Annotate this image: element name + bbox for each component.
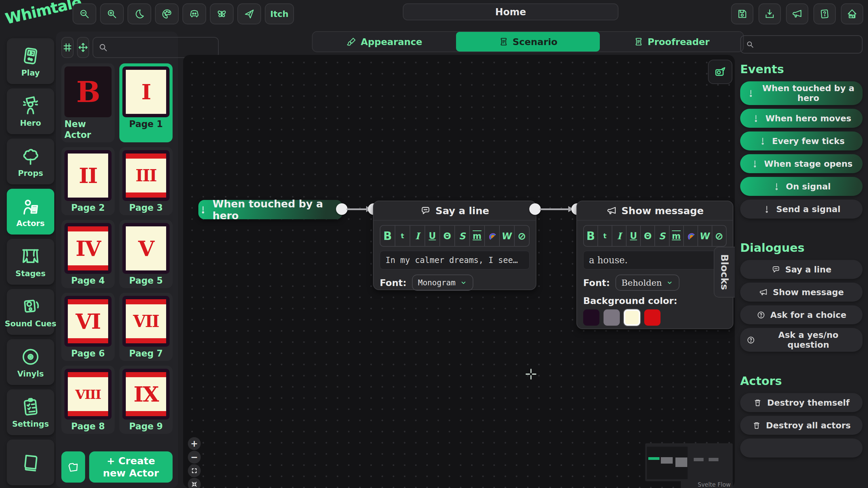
block-item-when-hero-moves[interactable]: When hero moves xyxy=(740,109,863,128)
format-strike-button[interactable]: Θ xyxy=(439,226,454,246)
actor-card-page-1[interactable]: IPage 1 xyxy=(119,63,173,142)
format-tiny-button[interactable]: t xyxy=(395,226,410,246)
project-title[interactable]: Home xyxy=(403,3,618,20)
format-clear-button[interactable]: ⊘ xyxy=(712,226,726,246)
actor-card-new-actor[interactable]: BNew Actor xyxy=(61,63,115,142)
zoom-out-control[interactable]: − xyxy=(188,451,201,464)
actor-card-page-2[interactable]: IIPage 2 xyxy=(61,147,115,215)
format-wavy-button[interactable]: W xyxy=(697,226,712,246)
tab-appearance[interactable]: Appearance xyxy=(313,32,456,52)
background-swatch-0[interactable] xyxy=(583,309,599,326)
format-underline-button[interactable]: U xyxy=(425,226,439,246)
actor-card-page-3[interactable]: IIIPage 3 xyxy=(119,147,173,215)
format-italic-button[interactable]: I xyxy=(612,226,626,246)
blocks-search[interactable] xyxy=(740,35,863,54)
format-squiggle-button[interactable]: S xyxy=(654,226,669,246)
save-button[interactable] xyxy=(731,3,753,24)
import-button[interactable] xyxy=(758,3,781,24)
scenario-canvas[interactable]: When touched by a hero Say a line BtIUΘS… xyxy=(183,55,735,488)
tab-scenario[interactable]: Scenario xyxy=(456,32,599,52)
sidebar-item-play[interactable]: Play xyxy=(7,38,54,84)
format-underline-button[interactable]: U xyxy=(626,226,640,246)
block-item-destroy-all-actors[interactable]: Destroy all actors xyxy=(740,416,863,435)
move-mode-button[interactable] xyxy=(77,37,89,58)
message-text-input[interactable]: a house. xyxy=(583,251,727,269)
blocks-drawer-tab[interactable]: Blocks xyxy=(714,247,735,298)
block-item-say-a-line[interactable]: Say a line xyxy=(740,260,863,279)
block-item-show-message[interactable]: Show message xyxy=(740,283,863,302)
discord-button[interactable] xyxy=(182,3,206,24)
format-rainbow-button[interactable] xyxy=(683,226,697,246)
butterfly-button[interactable] xyxy=(210,3,234,24)
discord-icon xyxy=(189,8,200,20)
tab-proofreader[interactable]: Proofreader xyxy=(600,32,743,52)
format-bold-button[interactable]: B xyxy=(584,226,597,246)
format-wavy-button[interactable]: W xyxy=(499,226,514,246)
format-highlight-button[interactable]: m xyxy=(469,226,484,246)
open-folder-button[interactable] xyxy=(61,451,85,483)
sidebar-item-journal[interactable] xyxy=(7,440,54,485)
block-item-destroy-themself[interactable]: Destroy themself xyxy=(740,393,863,412)
block-item-ask-a-yes-no-question[interactable]: Ask a yes/no question xyxy=(740,328,863,352)
block-item-on-signal[interactable]: On signal xyxy=(740,177,863,196)
format-strike-button[interactable]: Θ xyxy=(640,226,654,246)
font-select[interactable]: Monogram xyxy=(412,274,473,291)
zoom-out-button[interactable] xyxy=(73,3,96,24)
announcements-button[interactable] xyxy=(786,3,808,24)
format-rainbow-button[interactable] xyxy=(484,226,499,246)
sidebar-item-hero[interactable]: Hero xyxy=(7,88,54,134)
share-button[interactable] xyxy=(237,3,261,24)
create-new-actor-button[interactable]: + Create new Actor xyxy=(89,451,173,483)
say-line-input[interactable]: In my calmer dreams, I see… xyxy=(380,251,530,269)
sidebar-item-props[interactable]: Props xyxy=(7,139,54,184)
block-item-when-touched-by-a-hero[interactable]: When touched by a hero xyxy=(740,81,863,105)
sidebar-item-sound-cues[interactable]: Sound Cues xyxy=(7,289,54,335)
sidebar-item-vinyls[interactable]: Vinyls xyxy=(7,339,54,385)
output-handle-event[interactable] xyxy=(336,203,348,215)
minimap[interactable] xyxy=(645,443,733,481)
actor-card-paeg-7[interactable]: VIIPaeg 7 xyxy=(119,293,173,361)
zoom-in-button[interactable] xyxy=(100,3,124,24)
fit-view-control[interactable] xyxy=(188,464,201,477)
zoom-in-control[interactable]: + xyxy=(188,437,201,450)
screenshot-button[interactable] xyxy=(708,60,732,84)
node-show-message[interactable]: Show message BtIUΘSmW⊘ a house. Font: Be… xyxy=(576,201,733,329)
actor-card-page-8[interactable]: VIIIPage 8 xyxy=(61,366,115,434)
actor-card-page-4[interactable]: IVPage 4 xyxy=(61,220,115,288)
svelte-flow-attribution[interactable]: Svelte Flow xyxy=(681,481,733,488)
sidebar-item-stages[interactable]: Stages xyxy=(7,239,54,285)
format-squiggle-button[interactable]: S xyxy=(454,226,469,246)
format-clear-button[interactable]: ⊘ xyxy=(514,226,529,246)
actor-card-page-6[interactable]: VIPage 6 xyxy=(61,293,115,361)
home-button[interactable] xyxy=(841,3,863,24)
block-item-ask-for-a-choice[interactable]: Ask for a choice xyxy=(740,305,863,324)
block-item-every-few-ticks[interactable]: Every few ticks xyxy=(740,131,863,150)
format-bold-button[interactable]: B xyxy=(380,226,395,246)
grid-view-button[interactable] xyxy=(61,37,74,58)
background-swatch-2[interactable] xyxy=(624,309,640,326)
output-handle-say[interactable] xyxy=(529,203,541,215)
actors-search-input[interactable] xyxy=(112,43,213,52)
node-say-a-line[interactable]: Say a line BtIUΘSmW⊘ In my calmer dreams… xyxy=(373,201,536,290)
sidebar-item-settings[interactable]: Settings xyxy=(7,389,54,435)
font-select[interactable]: Beholden xyxy=(615,274,679,291)
format-italic-button[interactable]: I xyxy=(410,226,425,246)
block-item-when-stage-opens[interactable]: When stage opens xyxy=(740,154,863,173)
actor-card-page-5[interactable]: VPage 5 xyxy=(119,220,173,288)
background-swatch-3[interactable] xyxy=(644,309,660,326)
night-mode-button[interactable] xyxy=(127,3,151,24)
actor-card-page-9[interactable]: IXPage 9 xyxy=(119,366,173,434)
block-item-partial[interactable] xyxy=(740,439,863,458)
block-item-send-a-signal[interactable]: Send a signal xyxy=(740,200,863,219)
theme-button[interactable] xyxy=(155,3,179,24)
sidebar-item-actors[interactable]: Actors xyxy=(7,189,54,235)
app-logo[interactable]: Whimtale xyxy=(4,0,74,27)
format-highlight-button[interactable]: m xyxy=(669,226,683,246)
help-button[interactable] xyxy=(813,3,836,24)
itch-button[interactable]: Itch xyxy=(265,3,294,24)
background-swatch-1[interactable] xyxy=(604,309,620,326)
format-tiny-button[interactable]: t xyxy=(597,226,612,246)
blocks-search-input[interactable] xyxy=(758,40,857,49)
interactive-toggle-control[interactable] xyxy=(188,478,201,488)
node-when-touched-by-a-hero[interactable]: When touched by a hero xyxy=(198,200,342,219)
